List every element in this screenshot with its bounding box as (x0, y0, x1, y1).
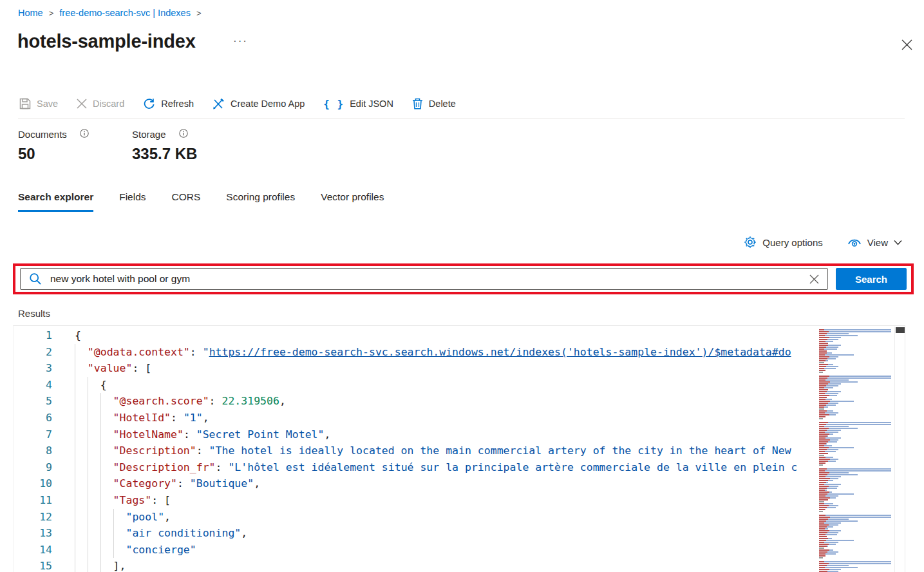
line-number: 7 (14, 426, 75, 443)
breadcrumb-service-link[interactable]: free-demo-search-svc | Indexes (59, 8, 191, 18)
minimap-line (819, 389, 828, 390)
minimap-line (819, 337, 841, 338)
edit-json-button[interactable]: { } Edit JSON (323, 98, 393, 110)
discard-button[interactable]: Discard (77, 99, 124, 109)
tab-cors[interactable]: CORS (172, 191, 201, 212)
line-number: 6 (14, 410, 75, 426)
discard-label: Discard (93, 99, 124, 109)
close-blade-button[interactable] (898, 36, 915, 53)
minimap-line (819, 376, 891, 377)
breadcrumb-home-link[interactable]: Home (18, 8, 43, 18)
code-line: 7"HotelName": "Secret Point Motel", (14, 426, 816, 443)
tab-scoring-profiles[interactable]: Scoring profiles (226, 191, 295, 212)
tab-search-explorer[interactable]: Search explorer (18, 191, 93, 212)
delete-button[interactable]: Delete (412, 98, 456, 110)
minimap-line (819, 364, 833, 365)
tab-bar: Search explorerFieldsCORSScoring profile… (18, 191, 384, 212)
minimap-line (819, 331, 891, 332)
minimap-line (819, 424, 891, 425)
minimap-line (819, 372, 823, 373)
design-tools-icon (212, 98, 225, 110)
search-button[interactable]: Search (836, 268, 907, 290)
code-line: 6"HotelId": "1", (14, 410, 816, 426)
code-line: 4{ (14, 377, 816, 394)
minimap-line (819, 474, 858, 475)
delete-label: Delete (429, 99, 456, 109)
minimap-line (819, 538, 832, 539)
query-options-button[interactable]: Query options (744, 236, 822, 249)
minimap-line (819, 453, 828, 454)
minimap-line (819, 345, 841, 346)
tab-vector-profiles[interactable]: Vector profiles (321, 191, 384, 212)
minimap-line (819, 546, 828, 547)
minimap-line (819, 495, 838, 497)
minimap-line (819, 383, 841, 385)
clear-search-button[interactable] (807, 272, 821, 286)
minimap-line (819, 491, 832, 493)
minimap-line (819, 461, 836, 462)
minimap-line (819, 414, 836, 415)
code-line: 13"air conditioning", (14, 525, 816, 542)
minimap-line (819, 374, 893, 375)
minimap-line (819, 542, 838, 543)
minimap-line (819, 482, 828, 483)
minimap-line (819, 445, 832, 446)
scrollbar-thumb[interactable] (896, 327, 905, 333)
minimap-line (819, 511, 823, 512)
minimap-line (819, 395, 837, 396)
more-actions-icon[interactable]: ··· (233, 35, 248, 48)
minimap-line (819, 360, 828, 361)
code-area[interactable]: 1{2"@odata.context": "https://free-demo-… (14, 327, 816, 572)
editor-scrollbar[interactable] (894, 327, 905, 572)
minimap-line (819, 350, 827, 352)
minimap-line (819, 528, 828, 529)
line-number: 11 (14, 492, 75, 509)
info-icon[interactable] (179, 129, 188, 138)
minimap-line (819, 501, 824, 502)
storage-stat: Storage 335.7 KB (132, 129, 197, 163)
minimap-line (819, 549, 833, 551)
minimap-line (819, 356, 838, 358)
minimap-line (819, 441, 837, 443)
minimap-line (819, 534, 837, 535)
results-json-editor[interactable]: 1{2"@odata.context": "https://free-demo-… (13, 325, 905, 572)
minimap-line (819, 561, 891, 562)
save-button[interactable]: Save (19, 98, 58, 110)
minimap-line (819, 522, 841, 524)
minimap-line (819, 563, 891, 564)
code-line: 10"Category": "Boutique", (14, 475, 816, 492)
minimap-line (819, 478, 838, 479)
minimap-line (819, 530, 841, 531)
minimap-line (819, 555, 825, 557)
minimap-line (819, 451, 836, 452)
minimap-line (819, 443, 827, 444)
minimap-line (819, 430, 841, 431)
minimap-line (819, 393, 838, 394)
minimap-line (819, 368, 836, 369)
editor-minimap[interactable] (816, 327, 894, 572)
minimap-line (819, 329, 891, 330)
view-dropdown[interactable]: View (847, 237, 902, 248)
breadcrumb: Home > free-demo-search-svc | Indexes > (18, 8, 202, 18)
search-highlight-annotation: Search (13, 263, 914, 294)
minimap-line (819, 497, 836, 499)
storage-value: 335.7 KB (132, 145, 197, 163)
minimap-line (819, 341, 833, 342)
minimap-line (819, 439, 838, 441)
minimap-line (819, 507, 836, 508)
minimap-line (819, 459, 838, 460)
refresh-button[interactable]: Refresh (143, 98, 194, 110)
tab-fields[interactable]: Fields (119, 191, 146, 212)
line-number: 3 (14, 360, 75, 377)
minimap-line (819, 434, 833, 435)
create-demo-app-button[interactable]: Create Demo App (212, 98, 305, 110)
minimap-line (819, 464, 823, 466)
line-number: 8 (14, 443, 75, 459)
search-input[interactable] (50, 273, 798, 285)
minimap-line (819, 358, 836, 359)
braces-icon: { } (323, 98, 344, 110)
minimap-line (819, 519, 849, 520)
minimap-line (819, 486, 838, 487)
line-number: 13 (14, 525, 75, 542)
info-icon[interactable] (80, 129, 89, 138)
